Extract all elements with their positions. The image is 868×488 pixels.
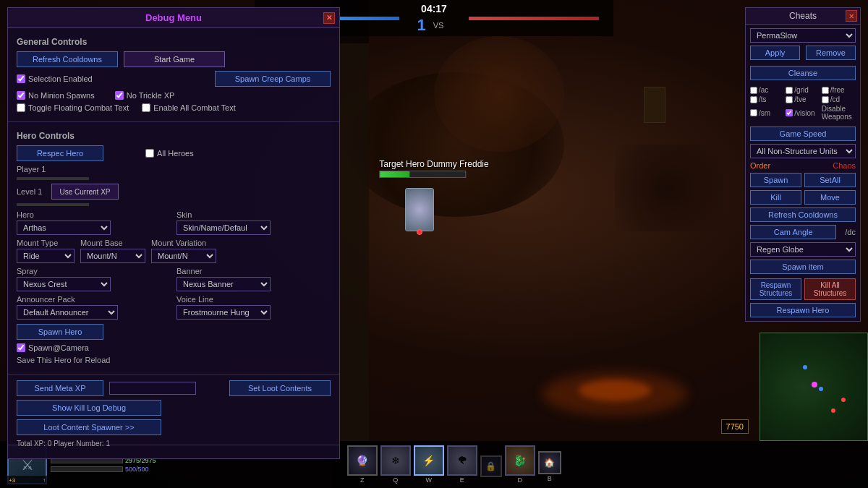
start-game-button[interactable]: Start Game [124,51,225,67]
ability-q-icon[interactable]: ❄ [380,445,411,476]
toggle-floating-combat-checkbox[interactable]: Toggle Floating Combat Text [17,103,129,112]
mount-base-select[interactable]: Mount/N [80,249,145,263]
mount-variation-select[interactable]: Mount/N [151,249,216,263]
spray-label: Spray [17,267,171,275]
enable-all-combat-checkbox[interactable]: Enable All Combat Text [142,103,236,112]
cheat-grid[interactable]: /grid [786,86,820,94]
ability-e: 🌪 E [447,445,477,484]
hero-label: Hero [17,210,171,219]
mana-bar [51,466,123,472]
units-dropdown[interactable]: All Non-Structure Units [750,144,856,158]
remove-button[interactable]: Remove [806,46,856,60]
hero-controls-title: Hero Controls [17,128,331,145]
no-minion-spawns-checkbox[interactable]: No Minion Spawns [17,91,95,100]
respawn-structures-button[interactable]: Respawn Structures [750,278,801,300]
cheat-ts[interactable]: /ts [750,95,784,103]
cheat-cd[interactable]: /cd [822,95,856,103]
debug-panel: Debug Menu ✕ General Controls Refresh Co… [7,7,340,459]
ability-q: ❄ Q [380,445,411,484]
cheat-free[interactable]: /free [822,86,856,94]
ability-b: 🏠 B [538,448,561,482]
show-kill-log-button[interactable]: Show Kill Log Debug [17,400,161,416]
cheat-tve[interactable]: /tve [786,95,820,103]
player-slider[interactable] [17,177,89,180]
hero-select[interactable]: Arthas [17,221,111,235]
ability-bar: 🔮 Z ❄ Q ⚡ W 🌪 E 🔒 [347,445,561,484]
cheats-refresh-cooldowns-button[interactable]: Refresh Cooldowns [750,207,856,222]
set-loot-contents-button[interactable]: Set Loot Contents [229,380,331,396]
send-meta-xp-button[interactable]: Send Meta XP [17,380,103,396]
respawn-hero-button[interactable]: Respawn Hero [750,303,856,317]
save-hero-label: Save This Hero for Reload [17,356,110,364]
level-slider[interactable] [17,203,89,206]
kill-all-structures-button[interactable]: Kill All Structures [804,278,856,300]
ability-d-icon[interactable]: 🐉 [505,445,535,476]
loot-content-spawner-button[interactable]: Loot Content Spawner >> [17,419,161,435]
mana-text: 500/500 [125,466,149,473]
dc-cheat: /dc [845,228,856,236]
spawn-item-button[interactable]: Spawn item [750,260,856,274]
debug-close-button[interactable]: ✕ [323,12,335,24]
cheats-title: Cheats ✕ [746,8,860,25]
announcer-label: Announcer Pack [17,295,171,304]
blue-score: 1 [417,16,426,35]
vs-text: VS [433,21,444,30]
cleanse-button[interactable]: Cleanse [750,66,856,80]
all-heroes-checkbox[interactable]: All Heroes [145,149,194,158]
skin-label: Skin [176,210,331,219]
ability-lock-icon: 🔒 [480,455,502,477]
red-hp-bar [469,17,599,20]
cheats-close-button[interactable]: ✕ [846,10,857,22]
mount-type-label: Mount Type [17,239,75,247]
minimap-hero-dot [812,382,817,388]
respec-hero-button[interactable]: Respec Hero [17,145,103,161]
target-name: Target Hero Dummy Freddie [379,159,488,169]
regen-globe-dropdown[interactable]: Regen Globe [750,242,856,257]
cheat-disable-weapons[interactable]: Disable Weapons [822,105,856,121]
minimap[interactable] [760,333,868,441]
general-controls-section: General Controls Refresh Cooldowns Start… [8,28,339,122]
hero-controls-section: Hero Controls Respec Hero All Heroes Pla… [8,122,339,374]
meta-xp-input[interactable] [109,382,196,395]
use-current-xp-button[interactable]: Use Current XP [51,184,118,200]
refresh-cooldowns-button[interactable]: Refresh Cooldowns [17,51,118,67]
game-speed-button[interactable]: Game Speed [750,127,856,141]
cheat-sm[interactable]: /sm [750,105,784,121]
selection-enabled-checkbox[interactable]: Selection Enabled [17,74,93,83]
ability-z-icon[interactable]: 🔮 [347,445,378,476]
voice-label: Voice Line [176,295,331,304]
portrait-counters: +3 ↑ [7,476,47,484]
general-controls-title: General Controls [17,34,331,51]
minimap-red-dot [831,408,835,413]
spawn-button[interactable]: Spawn [750,173,801,187]
cheats-dropdown[interactable]: PermaSlow [750,28,856,43]
cam-angle-button[interactable]: Cam Angle [750,225,836,239]
player-label: Player 1 [17,165,46,174]
cheat-vision[interactable]: /vision [786,105,820,121]
ability-e-icon[interactable]: 🌪 [447,445,477,476]
spray-select[interactable]: Nexus Crest [17,277,111,291]
ability-w-icon[interactable]: ⚡ [414,445,444,476]
bottom-controls-section: Send Meta XP Set Loot Contents Show Kill… [8,374,339,445]
kill-button[interactable]: Kill [750,190,801,205]
apply-button[interactable]: Apply [750,46,800,60]
no-trickle-xp-checkbox[interactable]: No Trickle XP [115,91,175,100]
cheats-panel: Cheats ✕ PermaSlow Apply Remove Cleanse … [745,7,861,322]
chaos-label: Chaos [833,161,856,170]
skin-select[interactable]: Skin/Name/Defaul [176,221,271,235]
gold-right-display: 7750 [721,419,749,434]
spawn-at-camera-checkbox[interactable]: Spawn@Camera [17,343,89,352]
order-label: Order [750,161,770,170]
cheat-ac[interactable]: /ac [750,86,784,94]
spawn-creep-camps-button[interactable]: Spawn Creep Camps [215,71,331,87]
voice-select[interactable]: Frostmourne Hung [176,305,271,320]
banner-select[interactable]: Nexus Banner [176,277,271,291]
announcer-select[interactable]: Default Announcer [17,305,118,320]
target-hp-fill [380,171,409,177]
spawn-hero-button[interactable]: Spawn Hero [17,324,103,340]
mount-type-select[interactable]: Ride [17,249,75,263]
set-all-button[interactable]: SetAll [804,173,856,187]
ability-lock: 🔒 [480,451,502,478]
ability-b-icon[interactable]: 🏠 [538,451,561,474]
move-button[interactable]: Move [804,190,856,205]
